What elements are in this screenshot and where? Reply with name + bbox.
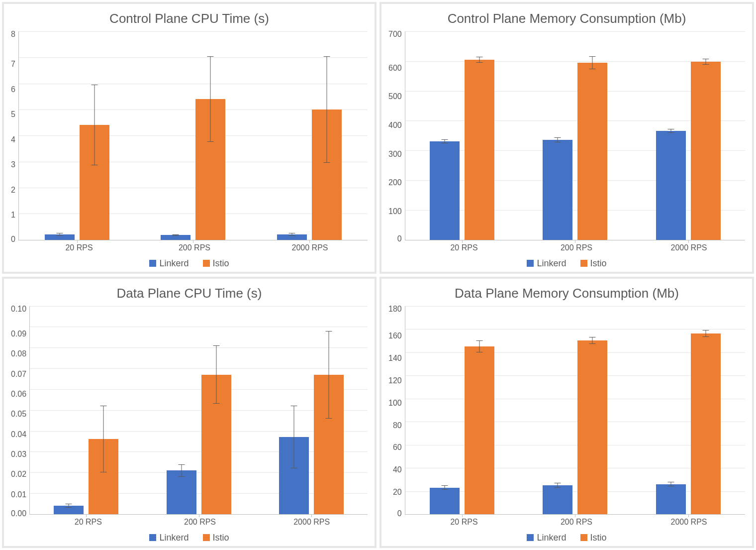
legend-label: Linkerd xyxy=(159,258,189,268)
bar xyxy=(543,485,572,514)
bar-linkerd xyxy=(45,31,75,240)
y-tick-label: 0.00 xyxy=(11,510,26,518)
y-tick-label: 700 xyxy=(388,30,402,38)
bar xyxy=(430,488,460,514)
bar-linkerd xyxy=(656,31,686,240)
bar-group xyxy=(30,306,142,515)
legend-label: Istio xyxy=(213,258,229,268)
legend-label: Linkerd xyxy=(537,533,566,543)
bar-linkerd xyxy=(543,306,572,515)
y-axis: 7006005004003002001000 xyxy=(388,31,405,240)
x-axis: 20 RPS 200 RPS 2000 RPS xyxy=(11,518,368,527)
error-bar xyxy=(327,56,327,163)
y-tick-label: 0.01 xyxy=(11,491,26,499)
legend-label: Istio xyxy=(590,533,607,543)
error-bar xyxy=(558,137,558,142)
bar-group xyxy=(518,31,632,240)
bar xyxy=(465,346,494,514)
bar xyxy=(543,140,572,239)
legend-item-linkerd: Linkerd xyxy=(527,258,566,269)
error-bar xyxy=(59,233,60,235)
y-tick-label: 0 xyxy=(11,235,15,243)
bar-linkerd xyxy=(161,31,190,240)
bar-istio xyxy=(465,31,494,240)
plot xyxy=(29,306,368,515)
plot-area: 7006005004003002001000 xyxy=(388,31,745,240)
legend-item-istio: Istio xyxy=(580,533,607,543)
error-bar xyxy=(293,406,294,468)
y-tick-label: 7 xyxy=(11,60,15,68)
chart-title: Control Plane Memory Consumption (Mb) xyxy=(388,11,745,26)
y-tick-label: 1 xyxy=(11,211,15,219)
y-tick-label: 0.04 xyxy=(11,431,26,439)
y-tick-label: 0.10 xyxy=(11,305,26,313)
bar-istio xyxy=(80,31,109,240)
chart-title: Control Plane CPU Time (s) xyxy=(11,11,368,26)
bar xyxy=(691,62,721,240)
y-tick-label: 0 xyxy=(397,510,402,518)
y-tick-label: 100 xyxy=(388,208,402,216)
y-tick-label: 500 xyxy=(388,93,402,101)
y-tick-label: 4 xyxy=(11,136,15,144)
bar xyxy=(577,340,607,514)
y-tick-label: 160 xyxy=(388,332,402,340)
error-bar xyxy=(592,56,593,69)
legend: Linkerd Istio xyxy=(388,533,745,543)
y-tick-label: 140 xyxy=(388,354,402,362)
y-axis: 180160140120100806040200 xyxy=(388,306,405,515)
y-tick-label: 0.07 xyxy=(11,370,26,378)
x-axis-labels: 20 RPS 200 RPS 2000 RPS xyxy=(408,518,745,527)
legend-swatch-icon xyxy=(149,260,156,267)
legend-label: Linkerd xyxy=(537,258,566,268)
chart-grid: Control Plane CPU Time (s) 876543210 20 … xyxy=(0,0,756,550)
y-tick-label: 400 xyxy=(388,121,402,129)
error-bar xyxy=(706,59,706,65)
bar-group xyxy=(518,306,632,515)
y-tick-label: 600 xyxy=(388,64,402,72)
error-bar xyxy=(69,504,69,508)
x-tick-label: 2000 RPS xyxy=(633,518,745,527)
y-tick-label: 20 xyxy=(393,488,402,496)
legend-swatch-icon xyxy=(527,260,534,267)
error-bar xyxy=(328,331,329,419)
error-bar xyxy=(479,340,479,352)
bar-linkerd xyxy=(277,31,307,240)
bar-group xyxy=(255,306,368,515)
x-tick-label: 200 RPS xyxy=(520,518,633,527)
y-tick-label: 0.02 xyxy=(11,470,26,478)
bar xyxy=(577,63,607,240)
x-tick-label: 20 RPS xyxy=(408,243,520,252)
legend-swatch-icon xyxy=(203,534,210,541)
bar-groups xyxy=(19,31,368,240)
bar-istio xyxy=(465,306,494,515)
x-tick-label: 200 RPS xyxy=(144,518,256,527)
error-bar xyxy=(292,233,292,236)
plot xyxy=(405,31,745,240)
error-bar xyxy=(592,337,593,344)
x-axis: 20 RPS 200 RPS 2000 RPS xyxy=(11,243,368,252)
error-bar xyxy=(558,483,558,487)
legend: Linkerd Istio xyxy=(11,258,368,269)
bar-groups xyxy=(405,306,745,515)
error-bar xyxy=(216,345,216,404)
legend: Linkerd Istio xyxy=(11,533,368,543)
y-tick-label: 5 xyxy=(11,110,15,118)
y-tick-label: 0 xyxy=(397,235,402,243)
y-tick-label: 0.08 xyxy=(11,350,26,358)
chart-title: Data Plane CPU Time (s) xyxy=(11,286,368,301)
error-bar xyxy=(706,330,706,337)
x-tick-label: 20 RPS xyxy=(408,518,520,527)
plot-area: 876543210 xyxy=(11,31,368,240)
y-tick-label: 300 xyxy=(388,150,402,158)
y-tick-label: 3 xyxy=(11,161,15,169)
bar-groups xyxy=(30,306,368,515)
legend-swatch-icon xyxy=(203,260,210,267)
legend-item-istio: Istio xyxy=(203,258,229,269)
bar-group xyxy=(632,31,745,240)
error-bar xyxy=(444,139,445,143)
bar-linkerd xyxy=(430,31,460,240)
legend-swatch-icon xyxy=(149,534,156,541)
error-bar xyxy=(94,85,94,165)
x-tick-label: 20 RPS xyxy=(32,518,144,527)
y-tick-label: 40 xyxy=(393,466,402,474)
